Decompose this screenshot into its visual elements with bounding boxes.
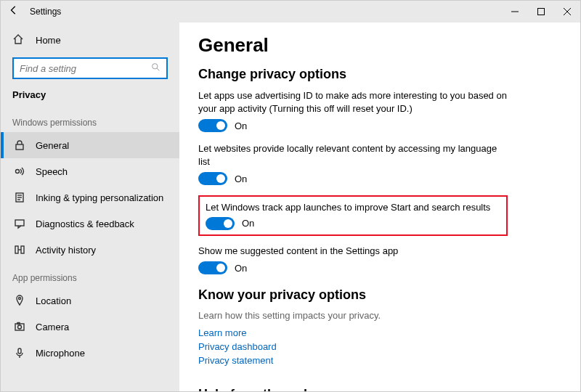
- search-box[interactable]: [12, 57, 168, 79]
- microphone-icon: [12, 347, 27, 359]
- svg-rect-12: [15, 220, 24, 226]
- svg-point-4: [153, 64, 158, 69]
- feedback-icon: [12, 218, 27, 229]
- section-heading-options: Change privacy options: [198, 67, 561, 82]
- toggle-tracklaunch[interactable]: [206, 217, 235, 230]
- setting-advertising-desc: Let apps use advertising ID to make ads …: [198, 89, 511, 115]
- nav-camera[interactable]: Camera: [1, 314, 179, 340]
- toggle-websites[interactable]: [198, 172, 227, 185]
- svg-point-18: [18, 325, 22, 329]
- group-windows-permissions: Windows permissions: [1, 107, 179, 132]
- nav-label: Location: [36, 295, 71, 306]
- toggle-advertising-state: On: [235, 121, 247, 131]
- nav-speech[interactable]: Speech: [1, 158, 179, 184]
- svg-rect-20: [18, 348, 21, 354]
- svg-line-5: [157, 68, 159, 70]
- location-icon: [12, 295, 27, 306]
- content-pane: General Change privacy options Let apps …: [179, 23, 580, 391]
- timeline-icon: [12, 244, 27, 256]
- page-title: General: [198, 34, 561, 57]
- nav-label: Microphone: [36, 348, 85, 359]
- nav-label: General: [36, 140, 69, 151]
- nav-label: Camera: [36, 322, 69, 332]
- maximize-button[interactable]: [528, 1, 554, 23]
- link-learn-more[interactable]: Learn more: [198, 327, 561, 340]
- highlighted-setting: Let Windows track app launches to improv…: [198, 195, 508, 236]
- nav-general[interactable]: General: [1, 132, 179, 158]
- sidebar: Home Privacy Windows permissions General…: [1, 23, 179, 391]
- nav-label: Speech: [36, 166, 68, 177]
- setting-suggested-desc: Show me suggested content in the Setting…: [198, 245, 511, 258]
- home-label: Home: [36, 35, 61, 46]
- section-heading-help: Help from the web: [198, 387, 561, 391]
- nav-inking[interactable]: Inking & typing personalization: [1, 184, 179, 211]
- section-heading-know: Know your privacy options: [198, 287, 561, 303]
- camera-icon: [12, 321, 27, 332]
- search-icon: [151, 62, 161, 74]
- section-title-privacy: Privacy: [1, 86, 179, 107]
- back-button[interactable]: [1, 5, 27, 18]
- home-icon: [12, 33, 27, 47]
- nav-label: Activity history: [36, 245, 96, 256]
- window-title: Settings: [27, 7, 61, 17]
- svg-rect-13: [15, 246, 18, 253]
- nav-label: Diagnostics & feedback: [36, 219, 134, 229]
- svg-rect-6: [16, 144, 23, 150]
- toggle-websites-state: On: [235, 173, 247, 184]
- nav-diagnostics[interactable]: Diagnostics & feedback: [1, 211, 179, 237]
- setting-tracklaunch-desc: Let Windows track app launches to improv…: [206, 201, 500, 214]
- toggle-tracklaunch-state: On: [242, 218, 254, 229]
- toggle-suggested[interactable]: [198, 261, 227, 274]
- home-nav[interactable]: Home: [1, 27, 179, 53]
- link-privacy-statement[interactable]: Privacy statement: [198, 354, 561, 368]
- clipboard-icon: [12, 192, 27, 203]
- svg-rect-1: [538, 9, 545, 15]
- speech-icon: [12, 166, 27, 177]
- group-app-permissions: App permissions: [1, 263, 179, 287]
- minimize-button[interactable]: [502, 1, 528, 23]
- lock-icon: [12, 139, 27, 151]
- close-button[interactable]: [554, 1, 580, 23]
- settings-window: Settings Home Privacy Windows permission…: [0, 0, 581, 392]
- titlebar: Settings: [1, 1, 580, 23]
- nav-microphone[interactable]: Microphone: [1, 340, 179, 366]
- svg-rect-14: [21, 246, 24, 253]
- section-know-sub: Learn how this setting impacts your priv…: [198, 310, 561, 321]
- nav-activity[interactable]: Activity history: [1, 237, 179, 263]
- search-input[interactable]: [20, 63, 151, 74]
- nav-location[interactable]: Location: [1, 287, 179, 314]
- link-privacy-dashboard[interactable]: Privacy dashboard: [198, 340, 561, 354]
- toggle-advertising[interactable]: [198, 119, 227, 132]
- svg-point-16: [19, 298, 21, 300]
- toggle-suggested-state: On: [235, 263, 247, 274]
- setting-websites-desc: Let websites provide locally relevant co…: [198, 142, 511, 168]
- svg-point-7: [16, 170, 20, 173]
- nav-label: Inking & typing personalization: [36, 192, 163, 203]
